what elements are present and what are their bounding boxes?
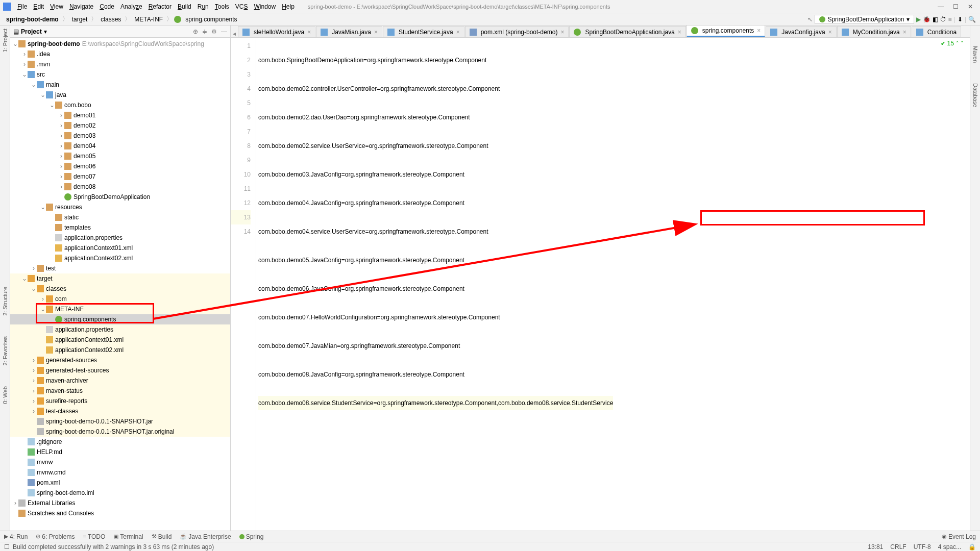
collapse-icon[interactable]: ≑ [202,28,207,35]
crumb-root[interactable]: spring-boot-demo [4,15,61,24]
tree-demo06[interactable]: ›demo06 [10,161,230,171]
tree-springcomp[interactable]: spring.components [10,314,230,324]
tree-demo02[interactable]: ›demo02 [10,120,230,131]
menu-navigate[interactable]: Navigate [66,2,96,11]
tree-sbapp[interactable]: SpringBootDemoApplication [10,192,230,202]
debug-icon[interactable]: 🐞 [923,16,930,23]
tab-javaconfig[interactable]: JavaConfig.java× [766,26,836,37]
tree-idea[interactable]: ›.idea [10,49,230,59]
close-icon[interactable]: × [374,29,378,36]
menu-file[interactable]: File [14,2,30,11]
tree-root[interactable]: ⌄spring-boot-demoE:\workspace\SpringClou… [10,39,230,49]
close-icon[interactable]: × [307,29,311,36]
tree-ctx01[interactable]: applicationContext01.xml [10,243,230,253]
tree-mvn[interactable]: ›.mvn [10,59,230,69]
tab-mycondition[interactable]: MyCondition.java× [837,26,911,37]
tool-todo[interactable]: ≡ TODO [83,533,105,540]
status-enc[interactable]: UTF-8 [914,543,931,550]
tree-demo05[interactable]: ›demo05 [10,151,230,161]
tree-test[interactable]: ›test [10,263,230,273]
project-tree[interactable]: ⌄spring-boot-demoE:\workspace\SpringClou… [10,38,230,531]
tree-tcls[interactable]: ›test-classes [10,406,230,416]
tool-eventlog[interactable]: ◉ Event Log [942,533,976,540]
tree-resources[interactable]: ⌄resources [10,202,230,212]
tool-database[interactable]: Database [972,83,978,107]
tree-target[interactable]: ⌄target [10,273,230,284]
menu-run[interactable]: Run [194,2,212,11]
close-icon[interactable]: × [757,27,761,34]
tree-orig[interactable]: spring-boot-demo-0.0.1-SNAPSHOT.jar.orig… [10,427,230,437]
tab-studentservice[interactable]: StudentService.java× [383,26,464,37]
tree-combobo[interactable]: ⌄com.bobo [10,100,230,110]
tree-gitig[interactable]: .gitignore [10,437,230,447]
tree-iml[interactable]: spring-boot-demo.iml [10,488,230,498]
code-editor[interactable]: 1234567891011121314 com.bobo.SpringBootD… [231,38,970,531]
tree-metainf[interactable]: ⌄META-INF [10,304,230,314]
tree-pom[interactable]: pom.xml [10,478,230,488]
tree-appprops[interactable]: application.properties [10,233,230,243]
tree-demo01[interactable]: ›demo01 [10,110,230,120]
close-icon[interactable]: × [456,29,460,36]
tree-sure[interactable]: ›surefire-reports [10,396,230,406]
menu-build[interactable]: Build [175,2,194,11]
tree-mvnw[interactable]: mvnw [10,457,230,467]
hide-icon[interactable]: — [221,28,227,35]
tab-javamian[interactable]: JavaMian.java× [316,26,382,37]
maximize-icon[interactable]: ☐ [953,3,959,10]
scroll-left-icon[interactable]: ◂ [231,30,238,37]
profile-icon[interactable]: ⏱ [940,16,946,23]
status-indent[interactable]: 4 spac... [938,543,961,550]
menu-window[interactable]: Window [251,2,279,11]
tool-spring[interactable]: Spring [239,533,264,540]
tool-terminal[interactable]: ▣ Terminal [113,533,143,540]
menu-tools[interactable]: Tools [212,2,232,11]
tree-ctx02[interactable]: applicationContext02.xml [10,253,230,263]
inspection-marker[interactable]: ✔ 15 ˄ ˅ [941,40,964,47]
minimize-icon[interactable]: — [938,3,944,10]
tree-ctx01b[interactable]: applicationContext01.xml [10,335,230,345]
tree-demo08[interactable]: ›demo08 [10,182,230,192]
update-icon[interactable]: ⬇ [958,16,963,23]
menu-refactor[interactable]: Refactor [145,2,175,11]
tree-scratch[interactable]: Scratches and Consoles [10,508,230,518]
close-icon[interactable]: × [560,29,564,36]
tab-helloworld[interactable]: sleHelloWorld.java× [238,26,315,37]
tree-templates[interactable]: templates [10,222,230,233]
run-icon[interactable]: ▶ [916,16,921,23]
back-icon[interactable]: ↖ [807,16,813,23]
close-icon[interactable]: × [828,29,832,36]
tree-appprops2[interactable]: application.properties [10,324,230,335]
code-content[interactable]: com.bobo.SpringBootDemoApplication=org.s… [256,38,613,531]
tool-problems[interactable]: ⊘ 6: Problems [36,533,75,540]
tree-march[interactable]: ›maven-archiver [10,375,230,386]
menu-edit[interactable]: Edit [30,2,47,11]
menu-code[interactable]: Code [96,2,117,11]
status-icon[interactable]: ☐ [4,543,10,550]
tree-java[interactable]: ⌄java [10,90,230,100]
tree-main[interactable]: ⌄main [10,80,230,90]
tool-project[interactable]: 1: Project [2,29,8,52]
tool-run[interactable]: ▶ 4: Run [4,533,28,540]
crumb-file[interactable]: spring.components [183,15,239,24]
target-icon[interactable]: ⊕ [193,28,198,35]
tree-gentest[interactable]: ›generated-test-sources [10,365,230,375]
tree-extlib[interactable]: ›External Libraries [10,498,230,508]
tree-ctx02b[interactable]: applicationContext02.xml [10,345,230,355]
tree-mstat[interactable]: ›maven-status [10,386,230,396]
tree-help[interactable]: HELP.md [10,447,230,457]
coverage-icon[interactable]: ◧ [933,16,938,23]
tab-sbapp[interactable]: SpringBootDemoApplication.java× [569,26,685,37]
tool-structure[interactable]: 2: Structure [2,287,8,316]
tree-demo07[interactable]: ›demo07 [10,171,230,182]
status-crlf[interactable]: CRLF [890,543,906,550]
tab-pom[interactable]: pom.xml (spring-boot-demo)× [465,26,569,37]
tab-springcomponents[interactable]: spring.components× [687,26,765,37]
run-config-dropdown[interactable]: SpringBootDemoApplication ▾ [815,15,914,24]
tree-static[interactable]: static [10,212,230,222]
crumb-classes[interactable]: classes [99,15,123,24]
stop-icon[interactable]: ■ [948,16,952,23]
tool-web[interactable]: 0: Web [2,386,8,404]
tree-demo04[interactable]: ›demo04 [10,141,230,151]
tool-maven[interactable]: Maven [972,46,978,63]
gear-icon[interactable]: ⚙ [211,28,217,35]
